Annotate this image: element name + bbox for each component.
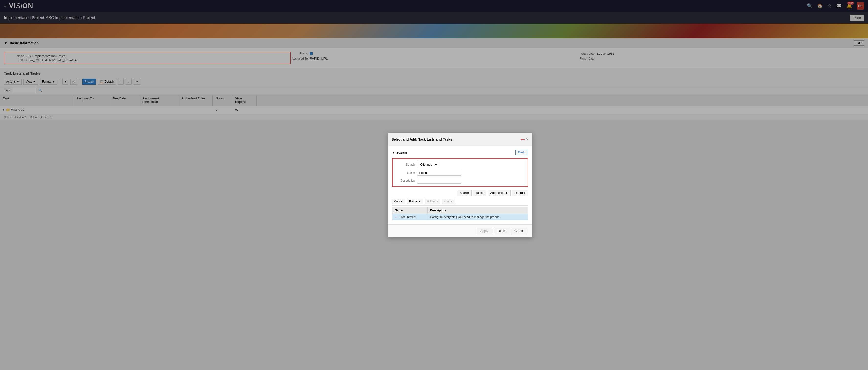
modal-overlay xyxy=(0,0,868,120)
